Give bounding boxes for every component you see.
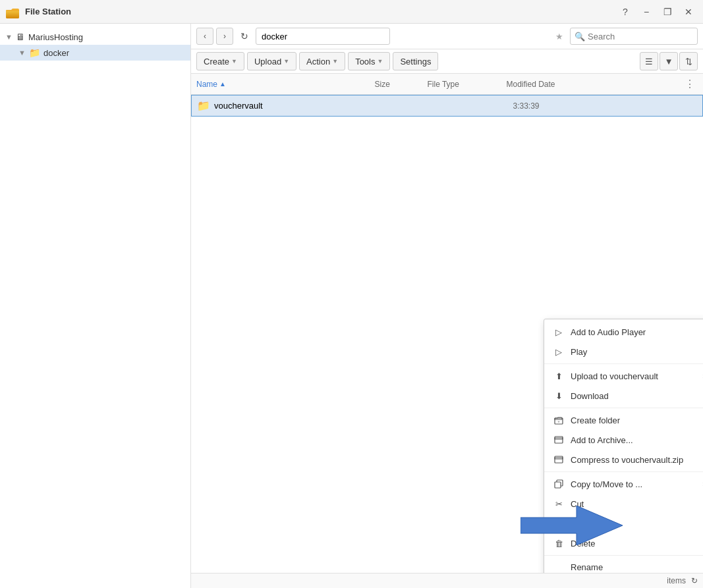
tools-arrow: ▼ <box>378 58 383 65</box>
upload-arrow: ▼ <box>283 58 289 65</box>
bookmark-icon[interactable]: ★ <box>555 32 563 41</box>
action-arrow: ▼ <box>332 58 338 65</box>
action-toolbar: Create ▼ Upload ▼ Action ▼ Tools ▼ Setti… <box>191 49 703 74</box>
tools-button[interactable]: Tools ▼ <box>348 52 390 70</box>
forward-button[interactable]: › <box>216 28 233 45</box>
statusbar: items ↻ <box>191 573 703 588</box>
create-button[interactable]: Create ▼ <box>196 52 244 70</box>
ctx-upload[interactable]: ⬆ Upload to vouchervault › <box>544 366 703 386</box>
file-list-header: Name ▲ Size File Type Modified Date ⋮ <box>191 74 703 95</box>
sidebar-label-mariushosting: MariusHosting <box>28 32 83 42</box>
play-icon: ▷ <box>553 327 564 337</box>
play2-icon: ▷ <box>553 346 564 357</box>
search-container: 🔍 <box>570 28 698 45</box>
settings-button[interactable]: Settings <box>393 52 438 70</box>
ctx-copy-move[interactable]: Copy to/Move to ... › <box>544 474 703 494</box>
copy-move-icon <box>553 479 564 489</box>
close-button[interactable]: ✕ <box>679 3 698 21</box>
path-toolbar: ‹ › ↻ ★ 🔍 <box>191 24 703 49</box>
col-moddate-header: Modified Date <box>507 80 685 89</box>
ctx-divider-4 <box>544 555 703 556</box>
back-button[interactable]: ‹ <box>196 28 213 45</box>
svg-text:+: + <box>557 419 560 423</box>
titlebar-left: File Station <box>5 5 71 19</box>
sort-button[interactable]: ⇅ <box>679 52 698 70</box>
svg-rect-5 <box>555 438 563 439</box>
svg-rect-7 <box>555 458 563 459</box>
ctx-play[interactable]: ▷ Play <box>544 342 703 361</box>
ctx-add-audio[interactable]: ▷ Add to Audio Player <box>544 322 703 342</box>
sidebar: ▼ 🖥 MariusHosting ▼ 📁 docker <box>0 24 191 588</box>
create-arrow: ▼ <box>231 58 237 65</box>
ctx-divider-3 <box>544 471 703 472</box>
compress-icon <box>553 454 564 465</box>
view-options-button[interactable]: ▼ <box>660 52 678 70</box>
list-view-button[interactable]: ☰ <box>640 52 658 70</box>
file-row-name: 📁 vouchervault <box>197 99 381 112</box>
app-title: File Station <box>25 7 71 16</box>
ctx-download[interactable]: ⬇ Download <box>544 386 703 406</box>
titlebar: File Station ? − ❐ ✕ <box>0 0 703 24</box>
archive-icon <box>553 435 564 445</box>
ctx-divider-2 <box>544 408 703 408</box>
ctx-create-folder[interactable]: + Create folder <box>544 410 703 430</box>
tree-toggle-mariushosting: ▼ <box>5 33 14 41</box>
col-name-header[interactable]: Name ▲ <box>196 80 375 89</box>
path-input[interactable] <box>256 28 390 45</box>
items-label: items <box>667 576 686 585</box>
create-folder-icon: + <box>553 415 564 425</box>
ctx-compress[interactable]: Compress to vouchervault.zip <box>544 450 703 469</box>
restore-button[interactable]: ❐ <box>658 3 677 21</box>
titlebar-controls: ? − ❐ ✕ <box>616 3 698 21</box>
server-icon: 🖥 <box>16 32 25 42</box>
ctx-rename[interactable]: Rename <box>544 558 703 573</box>
svg-marker-12 <box>520 506 623 545</box>
refresh-button[interactable]: ↻ <box>236 28 253 45</box>
folder-icon-sidebar: 📁 <box>29 47 40 58</box>
app-icon <box>5 5 20 19</box>
file-name: vouchervault <box>214 101 263 111</box>
file-row-date: 3:33:39 <box>513 101 698 111</box>
path-container: ★ <box>256 28 567 45</box>
sort-asc-icon: ▲ <box>219 80 226 88</box>
download-icon: ⬇ <box>553 390 564 401</box>
help-button[interactable]: ? <box>616 3 634 21</box>
app-container: ▼ 🖥 MariusHosting ▼ 📁 docker ‹ › ↻ ★ 🔍 <box>0 24 703 588</box>
svg-rect-9 <box>555 482 561 488</box>
search-icon: 🔍 <box>575 32 585 41</box>
col-size-header: Size <box>375 80 428 89</box>
sidebar-item-mariushosting[interactable]: ▼ 🖥 MariusHosting <box>0 29 190 45</box>
main-content: ‹ › ↻ ★ 🔍 Create ▼ Upload ▼ Action <box>191 24 703 588</box>
upload-button[interactable]: Upload ▼ <box>247 52 296 70</box>
minimize-button[interactable]: − <box>637 3 656 21</box>
ctx-divider-1 <box>544 363 703 364</box>
upload-icon: ⬆ <box>553 371 564 381</box>
statusbar-refresh-button[interactable]: ↻ <box>691 576 698 585</box>
col-filetype-header: File Type <box>428 80 507 89</box>
folder-icon: 📁 <box>197 99 210 112</box>
col-more-button[interactable]: ⋮ <box>685 78 698 90</box>
action-button[interactable]: Action ▼ <box>299 52 345 70</box>
ctx-add-archive[interactable]: Add to Archive... <box>544 430 703 450</box>
sidebar-item-docker[interactable]: ▼ 📁 docker <box>0 45 190 61</box>
table-row[interactable]: 📁 vouchervault 3:33:39 <box>191 95 703 117</box>
sidebar-label-docker: docker <box>43 48 69 58</box>
blue-arrow-pointer <box>520 506 623 545</box>
search-input[interactable] <box>588 32 693 41</box>
view-controls: ☰ ▼ ⇅ <box>640 52 698 70</box>
tree-toggle-docker: ▼ <box>18 49 28 57</box>
file-list: 📁 vouchervault 3:33:39 ▷ Add to Audio Pl… <box>191 95 703 573</box>
